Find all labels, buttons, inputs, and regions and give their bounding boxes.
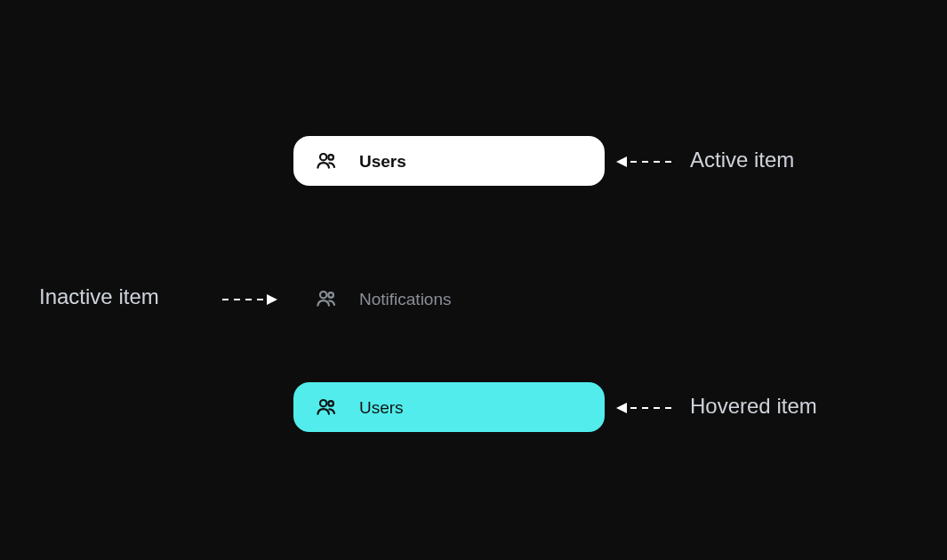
users-icon bbox=[315, 286, 340, 311]
annotation-label-hovered: Hovered item bbox=[690, 394, 817, 419]
annotation-arrow-active bbox=[616, 156, 671, 168]
nav-item-label: Users bbox=[359, 399, 404, 416]
nav-item-label: Users bbox=[359, 153, 406, 170]
annotation-arrow-hovered bbox=[616, 402, 671, 414]
annotation-label-active: Active item bbox=[690, 148, 794, 172]
svg-point-4 bbox=[320, 400, 326, 406]
svg-point-0 bbox=[320, 154, 326, 160]
nav-item-active[interactable]: Users bbox=[293, 136, 605, 186]
annotation-arrow-inactive bbox=[222, 293, 277, 306]
svg-point-3 bbox=[328, 292, 333, 298]
svg-point-5 bbox=[328, 401, 333, 406]
design-spec-canvas: Users Active item Notifications Inactive… bbox=[0, 0, 947, 560]
users-icon bbox=[315, 148, 340, 173]
svg-point-2 bbox=[320, 292, 326, 298]
svg-point-1 bbox=[328, 155, 333, 160]
nav-item-inactive[interactable]: Notifications bbox=[293, 274, 605, 324]
nav-item-label: Notifications bbox=[359, 291, 452, 308]
nav-item-hovered[interactable]: Users bbox=[293, 382, 605, 432]
annotation-label-inactive: Inactive item bbox=[39, 284, 159, 309]
users-icon bbox=[315, 395, 340, 420]
